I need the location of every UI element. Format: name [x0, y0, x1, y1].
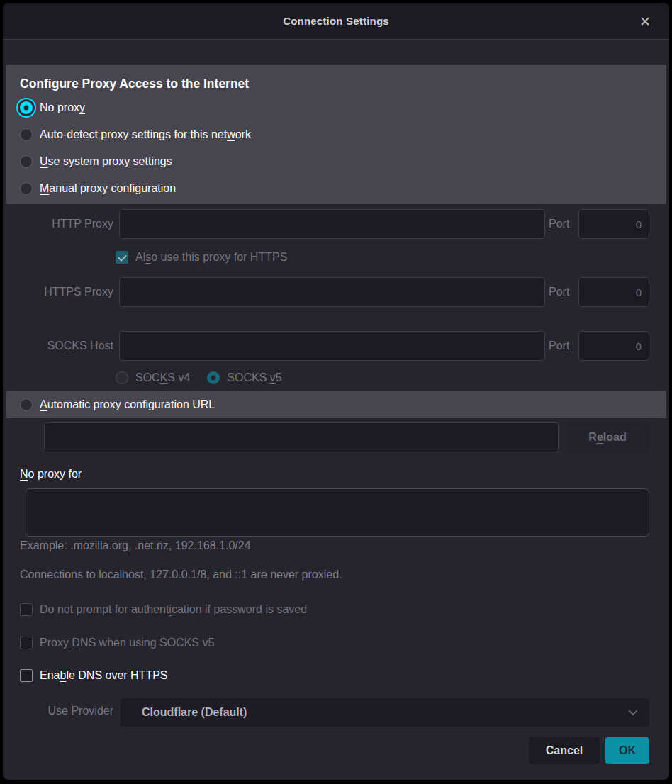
page-title: Connection Settings	[283, 15, 389, 27]
socks-v5-radio[interactable]	[207, 371, 220, 384]
no-prompt-auth-row[interactable]: Do not prompt for authentication if pass…	[20, 601, 307, 618]
socks-host-row: SOCKS Host Port	[3, 331, 669, 361]
cancel-button[interactable]: Cancel	[529, 737, 600, 764]
proxy-dns-label: Proxy DNS when using SOCKS v5	[40, 637, 214, 649]
provider-row: Use Provider Cloudflare (Default)	[3, 698, 669, 727]
also-https-row[interactable]: Also use this proxy for HTTPS	[116, 248, 287, 267]
enable-doh-label: Enable DNS over HTTPS	[40, 669, 168, 682]
radio-option-manual-proxy[interactable]: Manual proxy configuration	[20, 175, 666, 202]
no-proxy-note-text: Connections to localhost, 127.0.0.1/8, a…	[20, 569, 342, 581]
radio-icon-auto-detect[interactable]	[20, 128, 33, 141]
reload-button[interactable]: Reload	[566, 422, 649, 452]
chevron-down-icon	[628, 710, 638, 715]
no-prompt-auth-label: Do not prompt for authentication if pass…	[40, 603, 307, 616]
enable-doh-row[interactable]: Enable DNS over HTTPS	[20, 667, 168, 684]
socks-port-input[interactable]	[578, 331, 649, 361]
dialog-content: Configure Proxy Access to the Internet N…	[3, 40, 669, 780]
auto-url-input[interactable]	[44, 422, 559, 452]
close-icon: ✕	[639, 13, 651, 30]
http-proxy-label: HTTP Proxy	[3, 218, 113, 230]
https-proxy-row: HTTPS Proxy Port	[3, 277, 669, 307]
radio-option-no-proxy[interactable]: No proxy	[20, 94, 666, 121]
proxy-dns-row[interactable]: Proxy DNS when using SOCKS v5	[20, 634, 214, 651]
section-title: Configure Proxy Access to the Internet	[20, 73, 666, 94]
http-port-input[interactable]	[578, 209, 649, 239]
socks-v4-label: SOCKS v4	[135, 371, 190, 384]
use-provider-label: Use Provider	[3, 705, 113, 717]
socks-host-label: SOCKS Host	[3, 340, 113, 352]
socks-port-label: Port	[549, 340, 569, 352]
https-port-label: Port	[549, 286, 569, 298]
auto-url-input-row: Reload	[3, 422, 669, 453]
auto-proxy-url-label: Automatic proxy configuration URL	[40, 398, 215, 411]
radio-icon-manual-proxy[interactable]	[20, 182, 33, 195]
close-button[interactable]: ✕	[631, 3, 659, 40]
socks-version-row: SOCKS v4 SOCKS v5	[116, 369, 282, 387]
http-proxy-input[interactable]	[119, 209, 545, 239]
radio-label-no-proxy: No proxy	[40, 101, 85, 114]
provider-dropdown[interactable]: Cloudflare (Default)	[121, 698, 649, 727]
socks-host-input[interactable]	[119, 331, 545, 361]
radio-option-system-proxy[interactable]: Use system proxy settings	[20, 148, 666, 175]
https-proxy-label: HTTPS Proxy	[3, 286, 113, 298]
radio-label-auto-detect: Auto-detect proxy settings for this netw…	[40, 128, 251, 141]
provider-selected-value: Cloudflare (Default)	[142, 706, 628, 719]
radio-icon-system-proxy[interactable]	[20, 155, 33, 168]
radio-label-system-proxy: Use system proxy settings	[40, 155, 172, 168]
ok-button[interactable]: OK	[605, 737, 649, 764]
radio-icon-no-proxy[interactable]	[20, 101, 33, 114]
auto-proxy-url-radio[interactable]	[20, 398, 33, 411]
https-port-input[interactable]	[578, 277, 649, 307]
auto-proxy-url-option[interactable]: Automatic proxy configuration URL	[20, 391, 215, 418]
auto-proxy-url-row[interactable]: Automatic proxy configuration URL	[6, 391, 666, 418]
also-https-checkbox[interactable]	[116, 251, 128, 264]
also-https-label: Also use this proxy for HTTPS	[135, 251, 287, 264]
no-proxy-for-label: No proxy for	[20, 468, 82, 481]
socks-v4-radio[interactable]	[116, 371, 128, 384]
proxy-mode-panel: Configure Proxy Access to the Internet N…	[6, 65, 666, 204]
connection-settings-dialog: Connection Settings ✕ Configure Proxy Ac…	[3, 3, 669, 780]
no-proxy-for-textarea[interactable]	[26, 488, 649, 537]
radio-label-manual-proxy: Manual proxy configuration	[40, 182, 176, 195]
enable-doh-checkbox[interactable]	[20, 669, 33, 682]
http-proxy-row: HTTP Proxy Port	[3, 209, 669, 239]
https-proxy-input[interactable]	[119, 277, 545, 307]
http-port-label: Port	[549, 218, 569, 230]
socks-v5-label: SOCKS v5	[227, 371, 281, 384]
no-prompt-auth-checkbox[interactable]	[20, 603, 33, 616]
no-proxy-example-text: Example: .mozilla.org, .net.nz, 192.168.…	[20, 539, 251, 552]
dialog-titlebar: Connection Settings ✕	[3, 3, 669, 40]
radio-option-auto-detect[interactable]: Auto-detect proxy settings for this netw…	[20, 121, 666, 148]
proxy-dns-checkbox[interactable]	[20, 637, 33, 649]
